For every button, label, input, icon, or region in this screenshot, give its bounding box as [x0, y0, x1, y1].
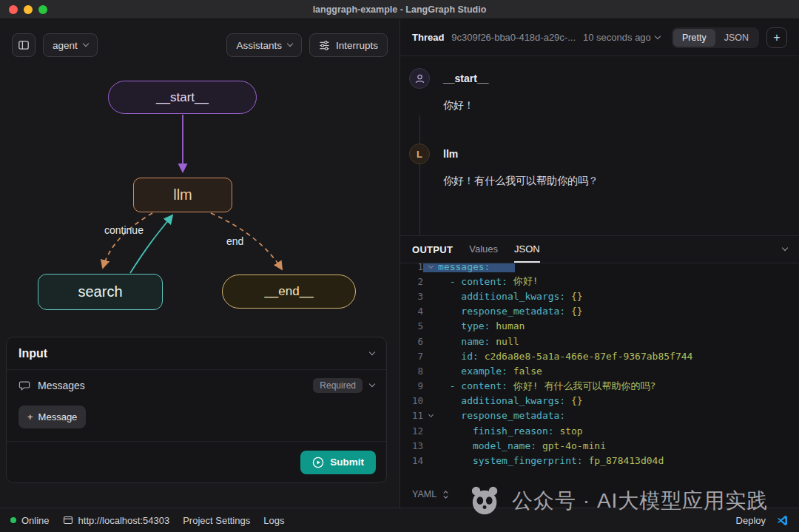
code-key: system_fingerprint: — [438, 455, 589, 466]
logs-link[interactable]: Logs — [263, 515, 284, 526]
input-panel-header[interactable]: Input — [7, 337, 386, 370]
close-window-button[interactable] — [9, 5, 18, 14]
llm-node-label: llm — [173, 186, 192, 203]
add-message-button[interactable]: + Message — [18, 405, 86, 428]
graph-panel: agent Assistants Interrupts — [0, 19, 400, 508]
messages-field-label: Messages — [38, 380, 85, 391]
view-mode-pretty[interactable]: Pretty — [673, 29, 715, 47]
search-node-label: search — [78, 283, 122, 300]
browser-window-icon — [63, 515, 73, 525]
conversation: __start__ 你好！ L llm 你好！有什么我可以帮助你的吗？ — [400, 56, 799, 235]
deploy-label: Deploy — [736, 515, 766, 526]
code-line: 11 response_metadata: — [400, 408, 799, 423]
submit-label: Submit — [330, 457, 364, 468]
output-tab-bar: OUTPUT Values JSON — [400, 235, 799, 263]
line-number: 14 — [400, 455, 423, 466]
graph-node-llm[interactable]: llm — [133, 178, 232, 212]
submit-button[interactable]: Submit — [300, 451, 376, 474]
chevron-down-icon[interactable] — [369, 349, 375, 354]
line-number: 2 — [400, 276, 423, 287]
graph-node-end[interactable]: __end__ — [222, 275, 356, 309]
line-number: 11 — [400, 410, 423, 421]
code-line: 8 example: false — [400, 363, 799, 378]
sidebar-toggle-icon — [18, 39, 30, 51]
line-number: 7 — [400, 351, 423, 362]
deploy-link[interactable]: Deploy — [736, 515, 766, 526]
chevron-down-icon — [287, 41, 293, 47]
chevron-down-icon[interactable] — [369, 381, 375, 387]
agent-dropdown-label: agent — [53, 40, 78, 51]
graph-node-start[interactable]: __start__ — [108, 81, 257, 114]
code-value: gpt-4o-mini — [542, 440, 606, 451]
code-value: {} — [571, 395, 583, 406]
minimize-window-button[interactable] — [24, 5, 33, 14]
server-url[interactable]: http://localhost:54303 — [63, 515, 170, 526]
zoom-window-button[interactable] — [38, 5, 47, 14]
sidebar-toggle-button[interactable] — [12, 33, 36, 57]
start-avatar — [409, 68, 430, 89]
project-settings-link[interactable]: Project Settings — [183, 515, 250, 526]
window-controls — [9, 5, 47, 14]
conversation-entry: __start__ 你好！ — [400, 68, 799, 112]
agent-dropdown[interactable]: agent — [43, 33, 98, 57]
input-panel-footer: Submit — [7, 441, 386, 482]
line-number: 9 — [400, 380, 423, 391]
new-thread-button[interactable]: + — [766, 27, 787, 48]
code-key: additional_kwargs: — [438, 291, 571, 302]
entry-message: 你好！有什么我可以帮助你的吗？ — [443, 175, 599, 188]
output-code-view: 1messages: 2 - content: 你好! 3 additional… — [400, 263, 799, 481]
tab-json[interactable]: JSON — [514, 236, 540, 263]
vscode-icon[interactable] — [776, 514, 789, 527]
code-line: 5 type: human — [400, 319, 799, 334]
code-value: human — [496, 320, 525, 331]
graph-node-search[interactable]: search — [38, 274, 163, 310]
messages-field-row[interactable]: Messages Required — [7, 370, 386, 401]
line-number: 4 — [400, 306, 423, 317]
code-line: 2 - content: 你好! — [400, 274, 799, 289]
code-key: model_name: — [438, 440, 542, 451]
online-dot-icon — [10, 517, 16, 523]
input-panel-title: Input — [18, 347, 47, 360]
code-key: name: — [438, 336, 496, 347]
code-key: response_metadata: — [438, 306, 571, 317]
required-badge: Required — [313, 378, 363, 393]
start-node-label: __start__ — [156, 90, 209, 105]
interrupts-label: Interrupts — [336, 40, 378, 51]
code-value: 你好! 有什么我可以帮助你的吗? — [513, 380, 655, 393]
thread-time-dropdown[interactable]: 10 seconds ago — [583, 32, 660, 43]
input-panel: Input Messages Required + — [6, 337, 387, 483]
format-selector[interactable]: YAML — [400, 481, 799, 508]
chevron-down-icon — [655, 33, 661, 38]
logs-label: Logs — [263, 515, 284, 526]
interrupts-button[interactable]: Interrupts — [309, 33, 388, 57]
code-line: 6 name: null — [400, 334, 799, 349]
collapse-output-button[interactable] — [783, 236, 787, 263]
main-content: agent Assistants Interrupts — [0, 19, 799, 508]
entry-name: llm — [443, 144, 599, 164]
fold-toggle-icon[interactable] — [423, 265, 438, 269]
line-number: 6 — [400, 336, 423, 347]
thread-id: 9c309f26-bba0-418d-a29c-... — [451, 32, 576, 43]
code-key: id: — [438, 351, 485, 362]
chevron-down-icon — [83, 41, 89, 47]
output-section-title: OUTPUT — [412, 236, 453, 263]
window-title: langgraph-example - LangGraph Studio — [313, 4, 487, 15]
code-key: - content: — [438, 380, 513, 391]
code-line: 4 response_metadata: {} — [400, 304, 799, 319]
code-value: {} — [571, 306, 583, 317]
line-number: 3 — [400, 291, 423, 302]
conversation-entry: L llm 你好！有什么我可以帮助你的吗？ — [400, 144, 799, 188]
code-value: 你好! — [513, 275, 539, 288]
thread-time-label: 10 seconds ago — [583, 32, 651, 43]
code-key: example: — [438, 366, 513, 377]
assistants-label: Assistants — [236, 40, 282, 51]
format-label: YAML — [412, 489, 436, 499]
code-value: c2d6a8e8-5a1a-466e-87ef-9367ab85f744 — [485, 351, 693, 362]
fold-toggle-icon[interactable] — [423, 414, 438, 417]
tab-values[interactable]: Values — [469, 236, 498, 263]
add-message-label: Message — [38, 411, 78, 422]
view-mode-json[interactable]: JSON — [715, 29, 758, 47]
titlebar: langgraph-example - LangGraph Studio — [0, 0, 799, 19]
code-line: 14 system_fingerprint: fp_878413d04d — [400, 453, 799, 468]
assistants-dropdown[interactable]: Assistants — [226, 33, 302, 57]
